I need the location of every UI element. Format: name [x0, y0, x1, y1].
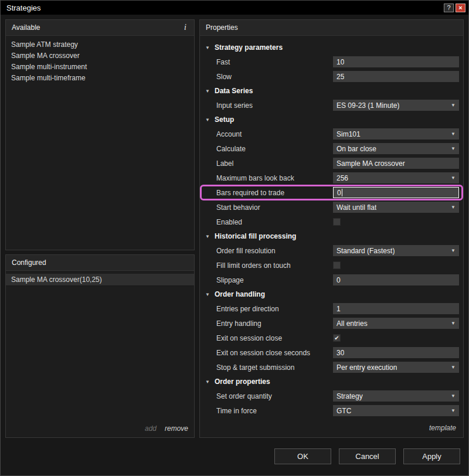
- property-row: LabelSample MA crossover: [200, 156, 463, 171]
- dropdown-field[interactable]: Wait until flat▼: [333, 202, 459, 213]
- help-button[interactable]: ?: [444, 4, 454, 12]
- property-row: Stop & target submissionPer entry execut…: [200, 360, 463, 375]
- checkbox[interactable]: [333, 218, 341, 226]
- info-icon[interactable]: i: [182, 23, 188, 32]
- dropdown-field[interactable]: Per entry execution▼: [333, 362, 459, 373]
- section-title: Strategy parameters: [215, 43, 283, 52]
- input-value: 0: [337, 276, 341, 284]
- section-header[interactable]: ▼Order handling: [200, 287, 463, 301]
- available-list-item[interactable]: Sample multi-instrument: [6, 62, 194, 73]
- property-row: Fast10: [200, 55, 463, 69]
- property-label: Slow: [216, 73, 333, 81]
- property-row: Input seriesES 09-23 (1 Minute)▼: [200, 98, 463, 113]
- input-value: 0: [337, 189, 341, 197]
- left-column: Available i Sample ATM strategySample MA…: [5, 19, 195, 438]
- chevron-down-icon: ▼: [447, 393, 456, 399]
- properties-header: Properties: [200, 20, 463, 36]
- dropdown-value: Wait until flat: [337, 203, 376, 212]
- dropdown-value: ES 09-23 (1 Minute): [337, 101, 399, 110]
- ok-button[interactable]: OK: [274, 448, 331, 464]
- property-value-cell: 30: [333, 347, 459, 358]
- property-label: Entries per direction: [216, 305, 333, 313]
- property-label: Exit on session close seconds: [216, 349, 333, 357]
- section-header[interactable]: ▼Strategy parameters: [200, 40, 463, 55]
- chevron-down-icon: ▼: [447, 365, 456, 370]
- text-input[interactable]: 0: [333, 274, 459, 285]
- check-icon: ✔: [334, 335, 339, 341]
- property-value-cell: [333, 218, 459, 226]
- property-label: Enabled: [216, 218, 333, 226]
- help-icon: ?: [447, 4, 450, 11]
- property-value-cell: 1: [333, 303, 459, 314]
- property-value-cell: GTC▼: [333, 405, 459, 416]
- properties-header-label: Properties: [206, 23, 238, 32]
- text-input[interactable]: Sample MA crossover: [333, 158, 459, 169]
- chevron-down-icon: ▼: [447, 175, 456, 181]
- text-input[interactable]: 25: [333, 71, 459, 82]
- property-row: CalculateOn bar close▼: [200, 141, 463, 156]
- checkbox[interactable]: ✔: [333, 334, 341, 342]
- apply-button[interactable]: Apply: [403, 448, 460, 464]
- dropdown-value: GTC: [337, 407, 351, 415]
- property-label: Input series: [216, 101, 333, 110]
- close-icon: ×: [458, 4, 462, 11]
- text-input[interactable]: 0: [333, 187, 459, 198]
- available-list-item[interactable]: Sample ATM strategy: [6, 39, 194, 50]
- property-value-cell: 0: [333, 274, 459, 285]
- dropdown-value: On bar close: [337, 145, 376, 153]
- remove-link[interactable]: remove: [165, 424, 188, 433]
- section-header[interactable]: ▼Data Series: [200, 84, 463, 98]
- property-row: Set order quantityStrategy▼: [200, 389, 463, 403]
- property-label: Calculate: [216, 145, 333, 153]
- titlebar[interactable]: Strategies ? ×: [1, 1, 468, 15]
- section-header[interactable]: ▼Order properties: [200, 375, 463, 389]
- property-label: Maximum bars look back: [216, 174, 333, 182]
- available-list-item[interactable]: Sample MA crossover: [6, 50, 194, 62]
- configured-list-item[interactable]: Sample MA crossover(10,25): [6, 274, 194, 286]
- collapse-triangle-icon: ▼: [205, 234, 215, 239]
- close-button[interactable]: ×: [456, 4, 465, 12]
- property-label: Label: [216, 159, 333, 168]
- dropdown-value: 256: [337, 174, 348, 182]
- section-title: Historical fill processing: [215, 232, 296, 240]
- available-list-item[interactable]: Sample multi-timeframe: [6, 73, 194, 84]
- cancel-button[interactable]: Cancel: [339, 448, 396, 464]
- property-value-cell: Per entry execution▼: [333, 362, 459, 373]
- dropdown-value: Per entry execution: [337, 363, 397, 372]
- configured-list: Sample MA crossover(10,25): [6, 271, 194, 286]
- dropdown-value: Strategy: [337, 392, 363, 400]
- property-row: Start behaviorWait until flat▼: [200, 200, 463, 215]
- text-input[interactable]: 30: [333, 347, 459, 358]
- dropdown-field[interactable]: 256▼: [333, 172, 459, 183]
- property-row: Fill limit orders on touch: [200, 258, 463, 273]
- property-row: Enabled: [200, 215, 463, 229]
- chevron-down-icon: ▼: [447, 103, 456, 108]
- dropdown-field[interactable]: On bar close▼: [333, 143, 459, 154]
- dropdown-field[interactable]: GTC▼: [333, 405, 459, 416]
- dropdown-field[interactable]: ES 09-23 (1 Minute)▼: [333, 100, 459, 111]
- property-row: Time in forceGTC▼: [200, 403, 463, 418]
- property-row: Slippage0: [200, 273, 463, 287]
- section-title: Data Series: [215, 87, 253, 95]
- template-link[interactable]: template: [429, 424, 456, 432]
- input-value: 30: [337, 349, 344, 357]
- dropdown-field[interactable]: Strategy▼: [333, 390, 459, 402]
- properties-panel: Properties ▼Strategy parametersFast10Slo…: [199, 19, 464, 438]
- section-header[interactable]: ▼Historical fill processing: [200, 229, 463, 243]
- text-input[interactable]: 1: [333, 303, 459, 314]
- add-link[interactable]: add: [145, 424, 157, 433]
- section-header[interactable]: ▼Setup: [200, 113, 463, 127]
- input-value: 25: [337, 73, 344, 81]
- available-panel: Available i Sample ATM strategySample MA…: [5, 19, 195, 250]
- property-value-cell: 0: [333, 187, 459, 198]
- checkbox[interactable]: [333, 261, 341, 269]
- property-row: Slow25: [200, 69, 463, 84]
- text-caret: [342, 189, 342, 196]
- property-value-cell: On bar close▼: [333, 143, 459, 154]
- dialog-body: Available i Sample ATM strategySample MA…: [1, 15, 468, 443]
- text-input[interactable]: 10: [333, 56, 459, 67]
- property-label: Account: [216, 130, 333, 138]
- dropdown-field[interactable]: All entries▼: [333, 318, 459, 329]
- dropdown-field[interactable]: Sim101▼: [333, 128, 459, 140]
- dropdown-field[interactable]: Standard (Fastest)▼: [333, 245, 459, 256]
